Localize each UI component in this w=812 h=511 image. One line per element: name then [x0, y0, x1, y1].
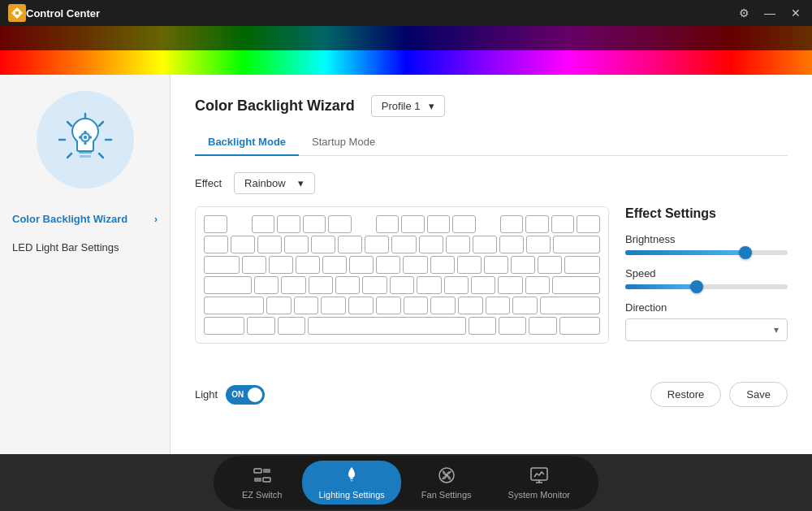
key[interactable] [427, 215, 451, 233]
close-button[interactable]: ✕ [788, 5, 804, 21]
key[interactable] [444, 276, 469, 294]
key-ctrl-r[interactable] [559, 317, 600, 335]
system-monitor-icon [529, 466, 549, 487]
light-toggle[interactable]: ON [226, 385, 265, 405]
key-enter[interactable] [552, 276, 600, 294]
key[interactable] [328, 215, 352, 233]
sidebar: Color Backlight Wizard › LED Light Bar S… [0, 75, 171, 454]
key-right-shift[interactable] [540, 297, 600, 314]
key[interactable] [525, 215, 549, 233]
key[interactable] [277, 215, 300, 233]
tab-startup-mode[interactable]: Startup Mode [299, 129, 388, 156]
direction-dropdown[interactable]: ▾ [625, 318, 788, 341]
key[interactable] [322, 256, 347, 274]
key[interactable] [296, 256, 320, 274]
key[interactable] [390, 276, 414, 294]
svg-rect-21 [263, 478, 270, 482]
key-fn[interactable] [499, 317, 526, 335]
key[interactable] [362, 276, 387, 294]
key[interactable] [254, 276, 279, 294]
key-menu[interactable] [529, 317, 556, 335]
key[interactable] [252, 215, 275, 233]
key-alt[interactable] [278, 317, 305, 335]
key[interactable] [376, 297, 401, 314]
key-caps[interactable] [204, 276, 252, 294]
key[interactable] [294, 297, 319, 314]
key[interactable] [452, 215, 476, 233]
key[interactable] [204, 236, 228, 253]
key[interactable] [348, 297, 374, 314]
key[interactable] [321, 297, 346, 314]
key[interactable] [499, 236, 524, 253]
key-left-shift[interactable] [204, 297, 264, 314]
key[interactable] [266, 297, 292, 314]
key[interactable] [269, 256, 293, 274]
profile-dropdown[interactable]: Profile 1 ▾ [371, 95, 445, 117]
brightness-setting: Brightness [625, 233, 788, 255]
effect-dropdown[interactable]: Rainbow ▾ [234, 172, 315, 194]
key[interactable] [538, 256, 562, 274]
nav-item-ez-switch[interactable]: EZ Switch [226, 461, 299, 505]
key[interactable] [551, 215, 575, 233]
key[interactable] [365, 236, 389, 253]
nav-item-fan-settings[interactable]: Fan Settings [405, 461, 488, 505]
key-backslash[interactable] [564, 256, 600, 274]
key[interactable] [446, 236, 470, 253]
key[interactable] [512, 297, 538, 314]
svg-rect-18 [254, 469, 261, 473]
key[interactable] [231, 236, 255, 253]
key[interactable] [471, 276, 495, 294]
sidebar-item-led-light-bar[interactable]: LED Light Bar Settings [0, 233, 170, 262]
sidebar-item-color-backlight[interactable]: Color Backlight Wizard › [0, 205, 170, 233]
save-button[interactable]: Save [729, 382, 788, 407]
key[interactable] [484, 256, 508, 274]
key[interactable] [349, 256, 374, 274]
key[interactable] [473, 236, 497, 253]
key[interactable] [511, 256, 535, 274]
key[interactable] [242, 256, 266, 274]
key[interactable] [309, 276, 333, 294]
key[interactable] [391, 236, 416, 253]
key[interactable] [419, 236, 443, 253]
key[interactable] [526, 236, 551, 253]
key[interactable] [577, 215, 600, 233]
key[interactable] [311, 236, 335, 253]
restore-button[interactable]: Restore [650, 382, 722, 407]
key[interactable] [430, 297, 456, 314]
key[interactable] [376, 215, 400, 233]
key[interactable] [457, 256, 482, 274]
key[interactable] [335, 276, 360, 294]
bottom-nav: EZ Switch Lighting Settings [0, 454, 812, 511]
key[interactable] [403, 256, 427, 274]
key[interactable] [430, 256, 455, 274]
speed-slider[interactable] [625, 284, 788, 289]
key-tab[interactable] [204, 256, 240, 274]
key[interactable] [417, 276, 441, 294]
key[interactable] [486, 297, 511, 314]
brightness-slider[interactable] [625, 250, 788, 255]
key-alt-r[interactable] [469, 317, 496, 335]
key[interactable] [204, 215, 227, 233]
key[interactable] [525, 276, 550, 294]
key[interactable] [401, 215, 425, 233]
key[interactable] [257, 236, 282, 253]
key[interactable] [498, 276, 522, 294]
settings-button[interactable]: ⚙ [736, 5, 752, 21]
key-backspace[interactable] [553, 236, 600, 253]
toggle-on-label: ON [231, 390, 244, 399]
tab-backlight-mode[interactable]: Backlight Mode [195, 129, 299, 156]
key-win[interactable] [247, 317, 274, 335]
key-ctrl[interactable] [204, 317, 244, 335]
key[interactable] [284, 236, 309, 253]
key[interactable] [500, 215, 524, 233]
key-space[interactable] [308, 317, 466, 335]
key[interactable] [376, 256, 400, 274]
nav-item-lighting-settings[interactable]: Lighting Settings [302, 461, 400, 505]
nav-item-system-monitor[interactable]: System Monitor [492, 461, 586, 505]
minimize-button[interactable]: — [762, 5, 778, 21]
key[interactable] [458, 297, 483, 314]
key[interactable] [303, 215, 326, 233]
key[interactable] [338, 236, 362, 253]
key[interactable] [404, 297, 429, 314]
key[interactable] [281, 276, 305, 294]
